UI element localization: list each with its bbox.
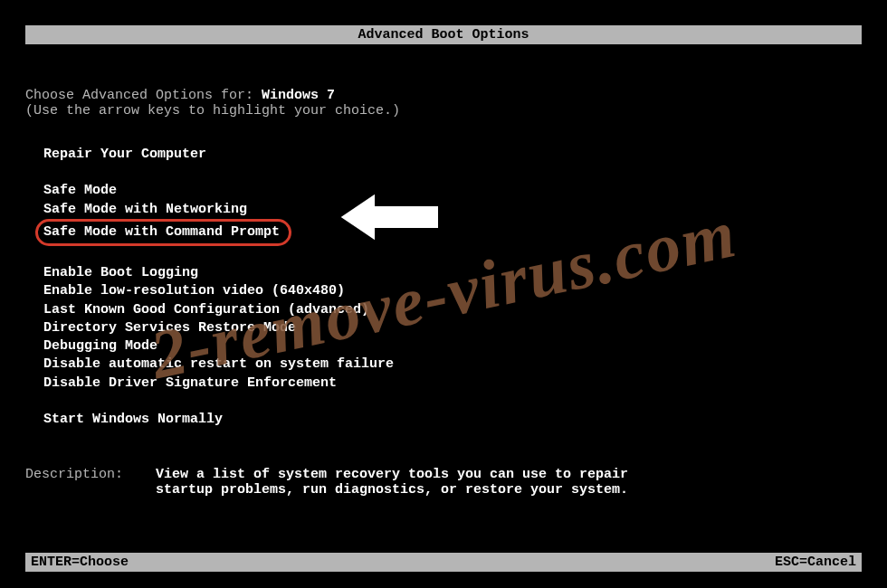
menu-item-debugging[interactable]: Debugging Mode: [43, 337, 862, 356]
menu-item-repair[interactable]: Repair Your Computer: [43, 146, 862, 164]
menu-item-safe-mode[interactable]: Safe Mode: [43, 182, 862, 200]
menu-item-disable-driver-sig[interactable]: Disable Driver Signature Enforcement: [43, 375, 862, 393]
description-text: View a list of system recovery tools you…: [156, 467, 663, 498]
boot-menu[interactable]: Repair Your Computer Safe Mode Safe Mode…: [43, 146, 862, 429]
menu-item-disable-auto-restart[interactable]: Disable automatic restart on system fail…: [43, 356, 862, 374]
intro-prefix: Choose Advanced Options for:: [25, 88, 262, 103]
menu-item-start-normally[interactable]: Start Windows Normally: [43, 411, 862, 429]
os-name: Windows 7: [262, 88, 335, 103]
page-title: Advanced Boot Options: [358, 27, 529, 43]
menu-item-safe-mode-networking[interactable]: Safe Mode with Networking: [43, 201, 862, 219]
intro-hint: (Use the arrow keys to highlight your ch…: [25, 103, 862, 119]
menu-item-low-res[interactable]: Enable low-resolution video (640x480): [43, 282, 862, 300]
menu-item-boot-logging[interactable]: Enable Boot Logging: [43, 264, 862, 282]
menu-item-last-known-good[interactable]: Last Known Good Configuration (advanced): [43, 301, 862, 319]
title-bar: Advanced Boot Options: [25, 25, 862, 44]
footer-bar: ENTER=Choose ESC=Cancel: [25, 553, 862, 572]
content-area: Choose Advanced Options for: Windows 7 (…: [0, 44, 887, 498]
menu-item-safe-mode-cmd[interactable]: Safe Mode with Command Prompt: [43, 219, 862, 246]
intro-line-1: Choose Advanced Options for: Windows 7: [25, 88, 862, 103]
description-label: Description:: [25, 467, 156, 498]
intro-block: Choose Advanced Options for: Windows 7 (…: [25, 88, 862, 119]
highlighted-option[interactable]: Safe Mode with Command Prompt: [35, 219, 291, 246]
footer-esc: ESC=Cancel: [775, 555, 856, 570]
footer-enter: ENTER=Choose: [31, 555, 129, 570]
description-block: Description: View a list of system recov…: [25, 467, 862, 498]
menu-item-ds-restore[interactable]: Directory Services Restore Mode: [43, 319, 862, 337]
